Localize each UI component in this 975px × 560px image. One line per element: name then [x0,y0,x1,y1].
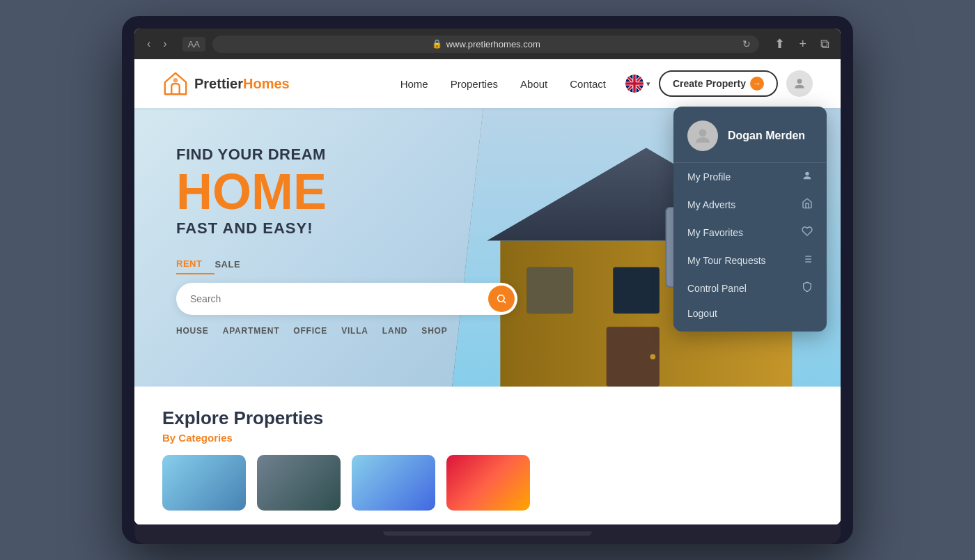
menu-label-my-favorites: My Favorites [687,227,743,238]
dropdown-header: Dogan Merden [673,120,827,163]
reload-icon[interactable]: ↻ [742,38,751,49]
menu-label-my-adverts: My Adverts [687,199,735,210]
filter-land[interactable]: LAND [382,326,408,336]
forward-button[interactable]: › [159,36,171,52]
adverts-icon [802,198,813,212]
header-actions: ▾ Create Property → [625,70,813,97]
back-button[interactable]: ‹ [143,36,155,52]
hero-find-text: FIND YOUR DREAM [176,146,517,164]
main-nav: Home Properties About Contact [400,78,606,90]
laptop-base [134,524,841,544]
tab-rent[interactable]: RENT [176,254,214,274]
menu-item-my-profile[interactable]: My Profile [673,163,827,191]
profile-icon [802,170,813,184]
laptop-frame: ‹ › AA 🔒 www.pretierhomes.com ↻ ⬆ + ⧉ [122,16,853,544]
laptop-screen: ‹ › AA 🔒 www.pretierhomes.com ↻ ⬆ + ⧉ [134,29,841,524]
filter-shop[interactable]: SHOP [421,326,447,336]
logo-text: PrettierHomes [194,76,290,92]
search-button[interactable] [488,286,515,312]
filter-apartment[interactable]: APARTMENT [223,326,280,336]
tabs-button[interactable]: ⧉ [818,36,832,53]
nav-about[interactable]: About [520,78,547,90]
dropdown-menu: My Profile My Adverts My Favorites [673,163,827,325]
filter-villa[interactable]: VILLA [341,326,368,336]
dropdown-user-icon [694,127,712,145]
browser-actions: ⬆ + ⧉ [772,35,832,53]
url-text: www.pretierhomes.com [446,39,540,49]
nav-contact[interactable]: Contact [570,78,606,90]
nav-properties[interactable]: Properties [451,78,498,90]
browser-nav: ‹ › [143,36,171,52]
logo-orange-part: Homes [243,76,290,91]
category-card-3[interactable] [352,455,435,511]
menu-label-tour-requests: My Tour Requests [687,255,766,266]
menu-item-my-favorites[interactable]: My Favorites [673,219,827,247]
new-tab-button[interactable]: + [796,36,809,53]
browser-chrome: ‹ › AA 🔒 www.pretierhomes.com ↻ ⬆ + ⧉ [134,29,841,59]
property-type-filters: HOUSE APARTMENT OFFICE VILLA LAND SHOP [176,326,517,336]
user-icon [793,77,806,91]
create-property-arrow-icon: → [750,77,764,91]
logo-icon [162,70,189,97]
menu-label-my-profile: My Profile [687,171,731,182]
dropdown-username: Dogan Merden [728,130,805,142]
menu-item-my-adverts[interactable]: My Adverts [673,191,827,219]
explore-title: Explore Properties [162,407,813,429]
site-header: PrettierHomes Home Properties About Cont… [134,59,841,108]
svg-point-18 [805,172,809,176]
svg-point-17 [699,129,707,137]
explore-subtitle: By Categories [162,432,813,444]
logo[interactable]: PrettierHomes [162,70,290,97]
category-card-1[interactable] [162,455,246,511]
laptop-foot-bar [383,531,592,536]
explore-section: Explore Properties By Categories [134,387,841,524]
create-property-label: Create Property [673,78,746,89]
hero-main-word: HOME [176,166,517,217]
url-bar[interactable]: 🔒 www.pretierhomes.com ↻ [212,36,759,53]
uk-flag-icon [625,75,644,93]
user-dropdown: Dogan Merden My Profile My Adverts [673,107,827,332]
tab-sale[interactable]: SALE [214,254,253,274]
menu-item-control-panel[interactable]: Control Panel [673,274,827,302]
svg-rect-8 [614,267,660,314]
category-card-4[interactable] [446,455,530,511]
share-button[interactable]: ⬆ [772,35,788,53]
filter-house[interactable]: HOUSE [176,326,209,336]
svg-point-16 [498,295,504,301]
aa-label[interactable]: AA [182,37,205,52]
menu-item-tour-requests[interactable]: My Tour Requests [673,247,827,274]
hero-tagline: FAST AND EASY! [176,219,517,238]
search-tabs: RENT SALE [176,254,517,274]
website-content: PrettierHomes Home Properties About Cont… [134,59,841,524]
svg-point-11 [650,354,656,359]
search-bar [176,283,517,315]
menu-label-control-panel: Control Panel [687,283,747,294]
category-card-2[interactable] [257,455,341,511]
filter-office[interactable]: OFFICE [293,326,327,336]
svg-point-2 [797,79,802,84]
logo-dark-part: Prettier [194,76,243,91]
lang-chevron: ▾ [646,79,650,88]
search-input[interactable] [190,293,488,304]
svg-point-0 [173,78,178,83]
shield-icon [802,281,813,295]
user-avatar-button[interactable] [786,70,813,97]
hero-content: FIND YOUR DREAM HOME FAST AND EASY! RENT… [134,118,545,378]
tour-icon [802,254,813,267]
create-property-button[interactable]: Create Property → [659,70,778,97]
nav-home[interactable]: Home [400,78,428,90]
category-cards [162,455,813,511]
search-icon [496,293,507,304]
dropdown-avatar [687,120,718,151]
logout-button[interactable]: Logout [673,302,827,325]
favorites-icon [802,226,813,240]
language-selector[interactable]: ▾ [625,75,650,93]
